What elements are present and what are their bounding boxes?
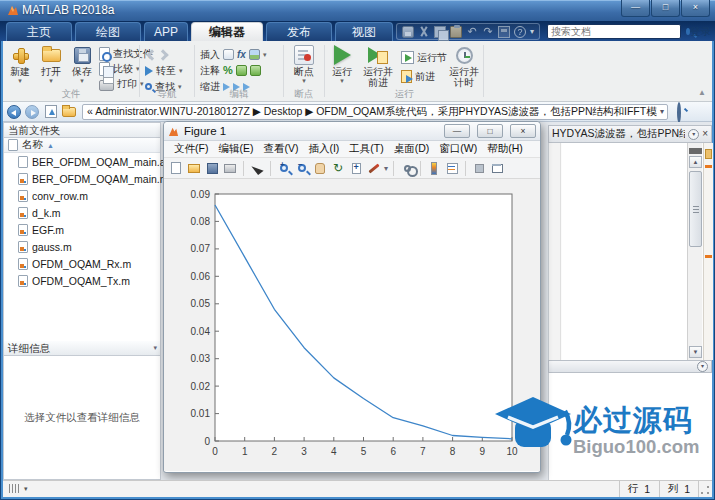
tab-publish[interactable]: 发布 <box>266 22 332 41</box>
undo-icon[interactable]: ↶ <box>466 26 478 38</box>
message-indicator-icon[interactable] <box>705 149 712 159</box>
paste-icon[interactable] <box>450 26 462 38</box>
details-header[interactable]: 详细信息▾ <box>4 341 160 356</box>
resize-corner[interactable] <box>698 481 712 497</box>
run-button[interactable]: 运行▾ <box>327 44 357 84</box>
save-figure-icon[interactable] <box>204 160 220 176</box>
menu-desktop[interactable]: 桌面(D) <box>389 142 435 156</box>
editor-document[interactable] <box>562 143 687 360</box>
lower-panel-header[interactable]: ▾ <box>548 360 712 373</box>
uncomment-icon[interactable] <box>236 65 247 76</box>
brush-dropdown-icon[interactable]: ▾ <box>384 164 388 173</box>
save-button[interactable]: 保存▾ <box>67 44 97 84</box>
cut-icon[interactable] <box>418 26 430 38</box>
menu-file[interactable]: 文件(F) <box>169 142 213 156</box>
advance-button[interactable]: 前进 <box>401 69 435 84</box>
tab-editor[interactable]: 编辑器 <box>191 22 263 41</box>
file-row[interactable]: OFDM_OQAM_Rx.m <box>4 255 160 272</box>
panel-actions-icon[interactable]: ▾ <box>697 361 708 372</box>
editor-close-icon[interactable]: × <box>702 129 708 139</box>
menu-view[interactable]: 查看(V) <box>258 142 303 156</box>
open-button[interactable]: 打开▾ <box>36 44 66 84</box>
scrollbar-thumb[interactable] <box>689 171 702 247</box>
up-one-level-icon[interactable] <box>45 105 57 118</box>
pan-icon[interactable] <box>312 160 328 176</box>
new-figure-icon[interactable] <box>168 160 184 176</box>
menu-insert[interactable]: 插入(I) <box>303 142 344 156</box>
goto-button[interactable]: 转至▾ <box>145 63 183 78</box>
link-plot-icon[interactable] <box>399 160 415 176</box>
file-row[interactable]: EGF.m <box>4 221 160 238</box>
file-row[interactable]: d_k.m <box>4 204 160 221</box>
file-row[interactable]: OFDM_OQAM_Tx.m <box>4 272 160 289</box>
minimize-button[interactable]: — <box>621 0 650 17</box>
run-and-advance-button[interactable]: 运行并 前进 <box>359 44 397 88</box>
new-button[interactable]: 新建▾ <box>5 44 35 84</box>
name-column-header[interactable]: 名称 ▲ <box>4 138 160 153</box>
scrollbar-split-handle[interactable] <box>689 148 702 154</box>
help-icon[interactable]: ? <box>514 26 526 38</box>
qat-dropdown-icon[interactable]: ▾ <box>530 27 534 36</box>
tab-home[interactable]: 主页 <box>6 22 72 41</box>
open-file-icon[interactable] <box>186 160 202 176</box>
tab-view[interactable]: 视图 <box>335 22 393 41</box>
run-and-time-button[interactable]: 运行并 计时 <box>447 44 481 88</box>
back-forward-buttons[interactable] <box>148 47 167 62</box>
insert-colorbar-icon[interactable] <box>426 160 442 176</box>
editor-content[interactable]: ▲ ▼ <box>548 143 712 360</box>
breadcrumb[interactable]: « Administrator.WIN7U-20180127Z ▶ Deskto… <box>82 104 668 120</box>
breadcrumb-dropdown-icon[interactable]: ▾ <box>657 107 667 116</box>
navigate-forward-icon[interactable] <box>157 49 168 60</box>
warning-mark[interactable] <box>705 255 712 258</box>
back-icon[interactable] <box>7 105 21 119</box>
doc-search-box[interactable] <box>547 24 681 39</box>
tab-apps[interactable]: APP <box>144 22 188 41</box>
editor-tab-bar[interactable]: HYDYAS滤波器，包括PPN结构... ▾ × <box>548 125 712 143</box>
menu-help[interactable]: 帮助(H) <box>482 142 528 156</box>
folder-search-icon[interactable] <box>674 104 690 120</box>
edit-plot-cursor-icon[interactable] <box>249 160 265 176</box>
warning-mark[interactable] <box>705 165 712 168</box>
file-row[interactable]: conv_row.m <box>4 187 160 204</box>
editor-tab-title[interactable]: HYDYAS滤波器，包括PPN结构... <box>552 127 685 141</box>
insert-section-icon[interactable] <box>223 49 234 60</box>
scroll-up-icon[interactable]: ▲ <box>689 156 702 168</box>
figure-canvas[interactable]: 01234567891000.010.020.030.040.050.060.0… <box>164 179 540 471</box>
brush-icon[interactable] <box>366 160 382 176</box>
file-row[interactable]: BER_OFDM_OQAM_main.m <box>4 170 160 187</box>
zoom-in-icon[interactable]: + <box>276 160 292 176</box>
comment-icon[interactable]: % <box>223 65 233 76</box>
breakpoints-button[interactable]: 断点▾ <box>289 44 319 84</box>
save-icon[interactable] <box>402 26 414 38</box>
figure-title-bar[interactable]: Figure 1 — □ × <box>164 122 540 141</box>
login-link[interactable]: 登录 <box>690 25 711 39</box>
hide-plot-tools-icon[interactable] <box>471 160 487 176</box>
sort-ascending-icon[interactable]: ▲ <box>47 142 54 149</box>
doc-search-input[interactable] <box>548 26 686 37</box>
compare-button[interactable]: 比较▾ <box>99 61 139 76</box>
browse-folder-icon[interactable] <box>62 107 76 117</box>
tab-plots[interactable]: 绘图 <box>75 22 141 41</box>
insert-legend-icon[interactable] <box>444 160 460 176</box>
current-folder-header[interactable]: 当前文件夹 <box>4 123 160 138</box>
editor-scrollbar[interactable]: ▲ ▼ <box>687 143 702 360</box>
comment-row[interactable]: 注释 % <box>200 63 261 78</box>
busy-indicator[interactable]: ▾ <box>9 484 28 493</box>
details-collapse-icon[interactable]: ▾ <box>153 344 157 352</box>
menu-edit[interactable]: 编辑(E) <box>213 142 258 156</box>
busy-dropdown-icon[interactable]: ▾ <box>24 485 28 493</box>
run-section-button[interactable]: 运行节 <box>401 50 447 65</box>
figure-minimize-button[interactable]: — <box>444 124 470 138</box>
editor-actions-icon[interactable]: ▾ <box>688 129 699 140</box>
figure-close-button[interactable]: × <box>510 124 536 138</box>
close-button[interactable]: × <box>681 0 710 17</box>
scroll-down-icon[interactable]: ▼ <box>689 346 702 358</box>
show-plot-tools-icon[interactable] <box>489 160 505 176</box>
file-row[interactable]: gauss.m <box>4 238 160 255</box>
find-files-button[interactable]: 查找文件 <box>99 46 139 61</box>
switch-window-icon[interactable] <box>498 26 510 38</box>
breadcrumb-path[interactable]: « Administrator.WIN7U-20180127Z ▶ Deskto… <box>83 105 657 119</box>
insert-row[interactable]: 插入 fx ▾ <box>200 47 266 62</box>
redo-icon[interactable]: ↷ <box>482 26 494 38</box>
forward-icon[interactable] <box>25 105 39 119</box>
